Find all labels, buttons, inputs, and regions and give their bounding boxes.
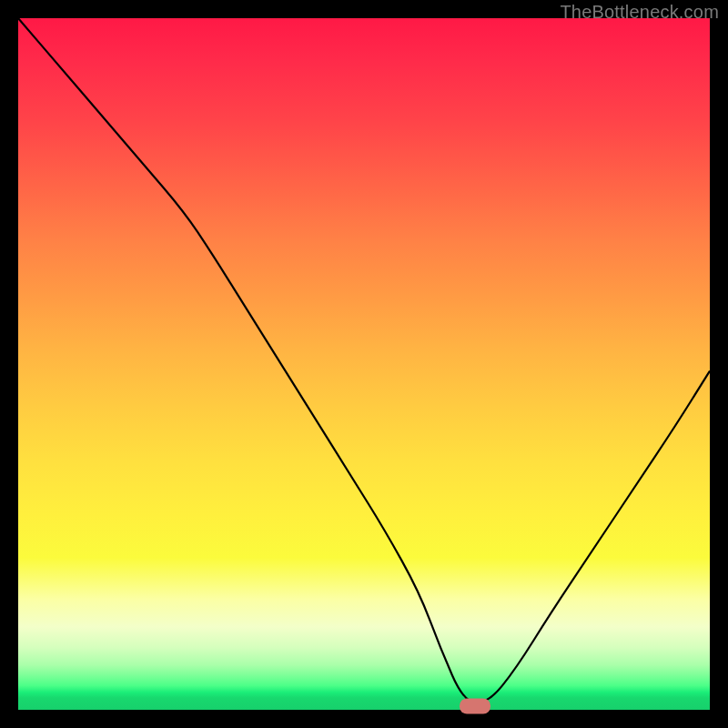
plot-area [18,18,710,710]
optimum-marker [460,699,490,714]
bottleneck-curve-path [18,18,710,703]
watermark-text: TheBottleneck.com [560,2,719,23]
chart-line-layer [18,18,710,710]
root-canvas: TheBottleneck.com [0,0,728,728]
